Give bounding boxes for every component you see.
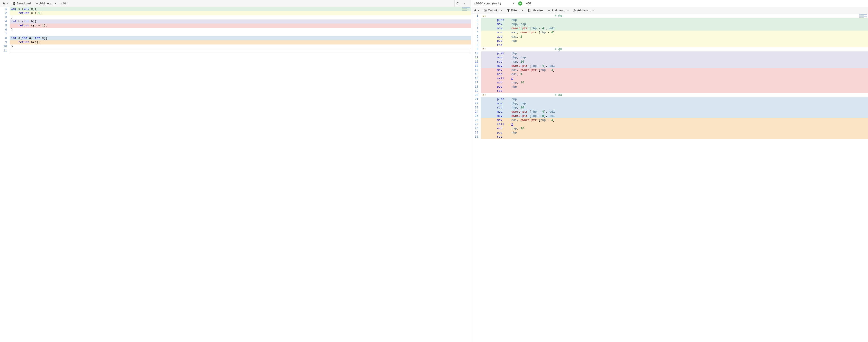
code-content[interactable]: add rsp, 16	[481, 127, 868, 131]
code-line[interactable]: 2 push rbp	[471, 18, 868, 22]
code-line[interactable]: 17 add rsp, 16	[471, 81, 868, 85]
asm-viewer[interactable]: 1c: # @c2 push rbp3 mov rbp, rsp4 mov dw…	[471, 14, 868, 342]
code-line[interactable]: 16 call c	[471, 76, 868, 81]
code-content[interactable]: int b (int b){	[10, 20, 471, 24]
code-line[interactable]: 22 mov rbp, rsp	[471, 101, 868, 106]
code-line[interactable]: 15 add edi, 1	[471, 72, 868, 76]
compiler-select[interactable]: x86-64 clang (trunk)	[472, 0, 516, 7]
code-line[interactable]: 24 mov dword ptr [rbp - 4], edi	[471, 110, 868, 114]
code-content[interactable]: call c	[481, 76, 868, 81]
minimap[interactable]	[462, 7, 470, 13]
code-line[interactable]: 4int b (int b){	[0, 20, 471, 24]
code-content[interactable]: return b(a);	[10, 40, 471, 44]
code-line[interactable]: 10}	[0, 44, 471, 49]
code-line[interactable]: 29 pop rbp	[471, 131, 868, 135]
code-content[interactable]: push rbp	[481, 97, 868, 101]
code-content[interactable]: call b	[481, 122, 868, 127]
code-content[interactable]: a: # @a	[481, 93, 868, 97]
code-line[interactable]: 1c: # @c	[471, 14, 868, 18]
font-size-button[interactable]: A	[472, 8, 481, 13]
code-line[interactable]: 27 call b	[471, 122, 868, 127]
code-content[interactable]: }	[10, 15, 471, 20]
code-content[interactable]: mov dword ptr [rbp - 4], edi	[481, 64, 868, 68]
code-content[interactable]: mov dword ptr [rbp - 4], edi	[481, 110, 868, 114]
code-content[interactable]: pop rbp	[481, 131, 868, 135]
code-line[interactable]: 10 push rbp	[471, 52, 868, 56]
code-line[interactable]: 13 mov dword ptr [rbp - 4], edi	[471, 64, 868, 68]
code-line[interactable]: 19 ret	[471, 89, 868, 93]
code-content[interactable]: c: # @c	[481, 14, 868, 18]
code-content[interactable]: mov dword ptr [rbp - 4], edi	[481, 26, 868, 31]
code-line[interactable]: 20a: # @a	[471, 93, 868, 97]
code-content[interactable]: return c + 1;	[10, 11, 471, 15]
code-line[interactable]: 1int c (int c){	[0, 7, 471, 11]
code-line[interactable]: 5 return c(b + 1);	[0, 24, 471, 28]
code-content[interactable]	[10, 49, 471, 53]
code-content[interactable]: push rbp	[481, 18, 868, 22]
code-content[interactable]: mov edi, dword ptr [rbp - 4]	[481, 118, 868, 122]
code-line[interactable]: 21 push rbp	[471, 97, 868, 101]
code-line[interactable]: 6}	[0, 28, 471, 32]
minimap[interactable]	[859, 14, 867, 21]
code-line[interactable]: 30 ret	[471, 135, 868, 139]
code-content[interactable]: push rbp	[481, 52, 868, 56]
add-tool-button[interactable]: Add tool...	[571, 8, 596, 13]
code-content[interactable]: ret	[481, 89, 868, 93]
code-line[interactable]: 7	[0, 32, 471, 36]
code-line[interactable]: 2 return c + 1;	[0, 11, 471, 15]
code-line[interactable]: 26 mov edi, dword ptr [rbp - 4]	[471, 118, 868, 122]
compiler-options-input[interactable]	[524, 0, 867, 7]
code-content[interactable]: ret	[481, 43, 868, 47]
code-content[interactable]: add eax, 1	[481, 35, 868, 39]
code-line[interactable]: 4 mov dword ptr [rbp - 4], edi	[471, 26, 868, 31]
code-line[interactable]: 3}	[0, 15, 471, 20]
save-load-button[interactable]: Save/Load	[10, 1, 33, 6]
code-content[interactable]: mov rbp, rsp	[481, 56, 868, 60]
code-line[interactable]: 14 mov edi, dword ptr [rbp - 4]	[471, 68, 868, 72]
code-line[interactable]: 23 sub rsp, 16	[471, 106, 868, 110]
code-content[interactable]: int c (int c){	[10, 7, 471, 11]
compile-status-ok[interactable]	[518, 1, 522, 6]
vim-button[interactable]: v Vim	[59, 1, 70, 6]
code-line[interactable]: 9b: # @b	[471, 47, 868, 52]
code-content[interactable]: mov dword ptr [rbp - 8], esi	[481, 114, 868, 118]
libraries-button[interactable]: Libraries	[526, 8, 545, 13]
code-content[interactable]: sub rsp, 16	[481, 60, 868, 64]
code-content[interactable]: add rsp, 16	[481, 81, 868, 85]
code-content[interactable]: return c(b + 1);	[10, 24, 471, 28]
code-content[interactable]: mov rbp, rsp	[481, 101, 868, 106]
code-content[interactable]: pop rbp	[481, 39, 868, 43]
code-content[interactable]: add edi, 1	[481, 72, 868, 76]
code-content[interactable]: mov edi, dword ptr [rbp - 4]	[481, 68, 868, 72]
code-content[interactable]: mov eax, dword ptr [rbp - 4]	[481, 31, 868, 35]
code-line[interactable]: 7 pop rbp	[471, 39, 868, 43]
add-new-button[interactable]: Add new...	[546, 8, 571, 13]
code-line[interactable]: 18 pop rbp	[471, 85, 868, 89]
code-line[interactable]: 5 mov eax, dword ptr [rbp - 4]	[471, 31, 868, 35]
code-line[interactable]: 28 add rsp, 16	[471, 127, 868, 131]
code-line[interactable]: 25 mov dword ptr [rbp - 8], esi	[471, 114, 868, 118]
code-content[interactable]: int a(int a, int d){	[10, 36, 471, 40]
add-new-button[interactable]: Add new...	[33, 1, 59, 6]
code-content[interactable]	[10, 32, 471, 36]
code-content[interactable]: ret	[481, 135, 868, 139]
code-line[interactable]: 8int a(int a, int d){	[0, 36, 471, 40]
font-size-button[interactable]: A	[1, 1, 10, 6]
language-select[interactable]: C	[455, 0, 470, 7]
output-button[interactable]: Output...	[482, 8, 504, 13]
code-content[interactable]: b: # @b	[481, 47, 868, 52]
code-content[interactable]: sub rsp, 16	[481, 106, 868, 110]
code-content[interactable]: }	[10, 28, 471, 32]
code-line[interactable]: 8 ret	[471, 43, 868, 47]
code-line[interactable]: 12 sub rsp, 16	[471, 60, 868, 64]
code-line[interactable]: 11	[0, 49, 471, 53]
code-line[interactable]: 11 mov rbp, rsp	[471, 56, 868, 60]
code-line[interactable]: 6 add eax, 1	[471, 35, 868, 39]
filter-button[interactable]: Filter...	[505, 8, 525, 13]
code-line[interactable]: 9 return b(a);	[0, 40, 471, 44]
code-content[interactable]: }	[10, 44, 471, 49]
code-content[interactable]: pop rbp	[481, 85, 868, 89]
code-line[interactable]: 3 mov rbp, rsp	[471, 22, 868, 26]
code-content[interactable]: mov rbp, rsp	[481, 22, 868, 26]
source-editor[interactable]: 1int c (int c){2 return c + 1;3}4int b (…	[0, 7, 471, 342]
